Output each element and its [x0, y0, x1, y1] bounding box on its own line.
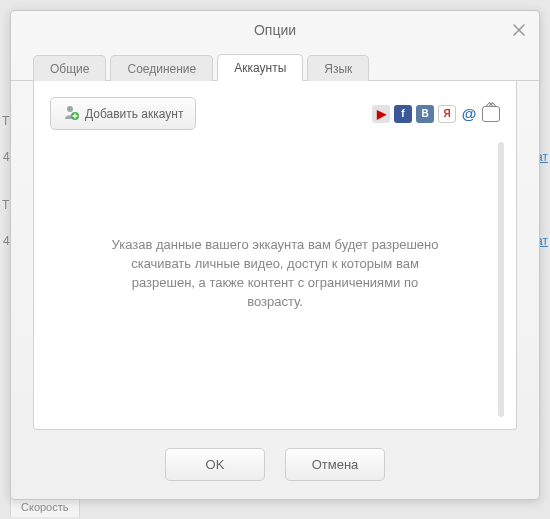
svg-point-0	[67, 106, 73, 112]
tab-general[interactable]: Общие	[33, 55, 106, 81]
service-icons: ▶ f B Я @	[372, 105, 500, 123]
youtube-icon[interactable]: ▶	[372, 105, 390, 123]
vk-icon[interactable]: B	[416, 105, 434, 123]
accounts-panel: Добавить аккаунт ▶ f B Я @ Указав данные…	[33, 81, 517, 430]
dialog-footer: OK Отмена	[11, 444, 539, 499]
bg-text: 4	[3, 234, 10, 248]
add-user-icon	[63, 104, 79, 123]
accounts-list-area: Указав данные вашего эккаунта вам будет …	[50, 142, 500, 417]
close-button[interactable]	[509, 19, 529, 39]
facebook-icon[interactable]: f	[394, 105, 412, 123]
tab-connection[interactable]: Соединение	[110, 55, 213, 81]
yandex-icon[interactable]: Я	[438, 105, 456, 123]
dialog-titlebar: Опции	[11, 11, 539, 49]
options-dialog: Опции Общие Соединение Аккаунты Язык Доб	[10, 10, 540, 500]
accounts-hint-text: Указав данные вашего эккаунта вам будет …	[110, 236, 440, 311]
add-account-button[interactable]: Добавить аккаунт	[50, 97, 196, 130]
scrollbar[interactable]	[498, 142, 504, 417]
tab-language[interactable]: Язык	[307, 55, 369, 81]
tab-accounts[interactable]: Аккаунты	[217, 54, 303, 81]
tv-icon[interactable]	[482, 106, 500, 122]
ok-button[interactable]: OK	[165, 448, 265, 481]
mailru-icon[interactable]: @	[460, 105, 478, 123]
cancel-button[interactable]: Отмена	[285, 448, 385, 481]
bg-text: 4	[3, 150, 10, 164]
dialog-title: Опции	[254, 22, 296, 38]
add-account-label: Добавить аккаунт	[85, 107, 183, 121]
panel-top-row: Добавить аккаунт ▶ f B Я @	[50, 97, 500, 130]
scroll-thumb[interactable]	[498, 142, 504, 417]
tabs: Общие Соединение Аккаунты Язык	[11, 49, 539, 81]
